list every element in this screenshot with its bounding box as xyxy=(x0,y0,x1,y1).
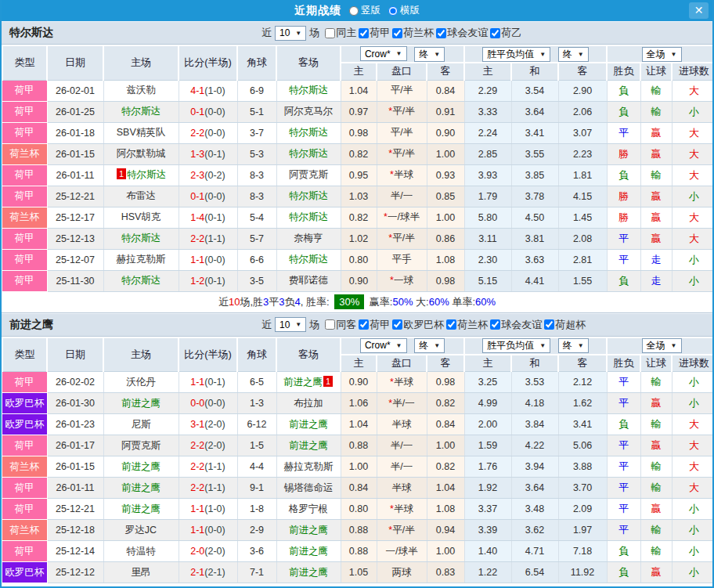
sub-header-handicap: 盘口 xyxy=(377,63,427,80)
home-team-name: 前进之鹰 xyxy=(121,461,160,472)
handicap-cell: 半/一 xyxy=(377,186,427,207)
avg-home-cell: 5.80 xyxy=(464,207,511,228)
league-cell: 荷兰杯 xyxy=(2,520,47,541)
table-row: 荷甲25-11-30特尔斯达1-2(0-1)3-5费耶诺德0.90*一球0.98… xyxy=(2,270,714,291)
away-team-name: 特尔斯达 xyxy=(289,148,328,159)
home-odds-cell: 1.06 xyxy=(341,393,377,414)
games-count-value: 10 xyxy=(279,27,290,38)
games-count-select[interactable]: 10 xyxy=(275,317,306,332)
avg-away-cell: 1.55 xyxy=(558,270,607,291)
avg-odds-select[interactable]: 胜平负均值 xyxy=(482,47,550,62)
rank-badge: 1 xyxy=(117,168,126,179)
home-team-name: 阿贾克斯 xyxy=(121,440,160,451)
avg-away-cell: 3.70 xyxy=(558,478,607,499)
avg-final-select[interactable]: 终 xyxy=(558,47,589,62)
corner-cell: 8-3 xyxy=(237,164,276,186)
fulltime-score: 1-1 xyxy=(190,503,204,514)
league-cell: 荷甲 xyxy=(2,541,47,562)
filter-荷甲[interactable]: 荷甲 xyxy=(356,318,390,332)
filter-checkbox[interactable] xyxy=(392,319,402,330)
filter-荷超杯[interactable]: 荷超杯 xyxy=(542,318,586,332)
away-team-cell: 阿贾克斯 xyxy=(276,164,341,186)
filter-checkbox[interactable] xyxy=(490,319,500,330)
layout-option-horizontal[interactable]: 横版 xyxy=(388,4,420,17)
handicap-star: * xyxy=(390,169,394,180)
filter-checkbox[interactable] xyxy=(490,28,500,38)
filter-荷兰杯[interactable]: 荷兰杯 xyxy=(390,26,434,40)
corner-cell: 5-1 xyxy=(237,101,276,122)
filter-球会友谊[interactable]: 球会友谊 xyxy=(488,318,542,332)
odds-header-group: Crow* 终 xyxy=(341,337,464,355)
away-team-cell: 前进之鹰 xyxy=(276,520,341,541)
away-team-cell: 特尔斯达 xyxy=(276,80,341,101)
filter-荷甲[interactable]: 荷甲 xyxy=(356,26,390,40)
vertical-layout-radio[interactable] xyxy=(349,6,359,16)
handicap-star: * xyxy=(388,233,392,243)
odds-final-select[interactable]: 终 xyxy=(414,47,445,62)
avg-away-cell: 2.12 xyxy=(558,372,607,393)
filter-checkbox[interactable] xyxy=(325,28,335,38)
home-team-name: 赫拉克勒斯 xyxy=(117,254,166,265)
score-cell: 1-1(0-1) xyxy=(178,372,237,393)
home-team-cell: 罗达JC xyxy=(103,520,178,541)
odds-final-select[interactable]: 终 xyxy=(414,338,445,353)
filter-同主[interactable]: 同主 xyxy=(323,26,356,40)
result-cell: 平 xyxy=(607,228,640,249)
filter-欧罗巴杯[interactable]: 欧罗巴杯 xyxy=(390,318,444,332)
games-count-select[interactable]: 10 xyxy=(275,26,306,41)
filter-checkbox[interactable] xyxy=(436,28,446,38)
corner-cell: 9-1 xyxy=(237,478,276,499)
away-odds-cell: 0.98 xyxy=(427,372,464,393)
avg-final-select[interactable]: 终 xyxy=(558,338,589,353)
filter-checkbox[interactable] xyxy=(392,28,402,38)
col-header-home: 主场 xyxy=(103,45,178,80)
result-cell: 負 xyxy=(607,541,640,562)
odds-company-select[interactable]: Crow* xyxy=(360,338,407,353)
handicap-cell: 平/半 xyxy=(377,122,427,143)
close-icon[interactable]: ✕ xyxy=(689,2,709,19)
table-row: 荷甲26-01-25特尔斯达0-1(0-0)5-1阿尔克马尔0.97*平/半0.… xyxy=(2,101,714,122)
home-team-name: 尼斯 xyxy=(132,419,151,430)
halftime-score: (1-1) xyxy=(204,233,225,244)
odds-company-select[interactable]: Crow* xyxy=(360,46,407,61)
goals-result-cell: 小 xyxy=(672,186,714,207)
filter-checkbox[interactable] xyxy=(446,319,456,330)
halftime-score: (1-0) xyxy=(204,503,225,514)
filter-荷兰杯[interactable]: 荷兰杯 xyxy=(444,318,488,332)
summary-segment: 负 xyxy=(285,295,295,309)
corner-cell: 5-7 xyxy=(237,228,276,249)
filter-checkbox[interactable] xyxy=(359,28,369,38)
fulltime-score: 2-1 xyxy=(190,567,204,578)
filter-荷乙[interactable]: 荷乙 xyxy=(488,26,521,40)
filter-label: 荷乙 xyxy=(501,26,521,40)
corner-cell: 5-4 xyxy=(237,207,276,228)
summary-segment: 30% xyxy=(334,294,364,309)
filter-checkbox[interactable] xyxy=(325,319,335,330)
home-team-name: 特温特 xyxy=(126,546,156,557)
avg-odds-select[interactable]: 胜平负均值 xyxy=(482,338,550,353)
filter-球会友谊[interactable]: 球会友谊 xyxy=(434,26,488,40)
avg-away-cell: 4.15 xyxy=(558,186,607,207)
home-odds-cell: 0.84 xyxy=(341,478,377,499)
match-rows: 荷甲26-02-01兹沃勒4-1(1-0)6-9特尔斯达1.04平/半0.842… xyxy=(2,80,714,291)
date-cell: 25-12-21 xyxy=(47,186,103,207)
filter-checkbox[interactable] xyxy=(544,319,554,330)
avg-away-cell: 2.81 xyxy=(558,249,607,270)
summary-segment: 60% xyxy=(429,296,449,308)
handicap-cell: *平/半 xyxy=(377,520,427,541)
sub-header-result: 胜负 xyxy=(607,63,640,80)
home-team-cell: 阿尔默勒城 xyxy=(103,143,178,164)
table-row: 荷兰杯26-01-15前进之鹰2-2(1-1)4-4赫拉克勒斯1.00半/一0.… xyxy=(2,456,714,478)
home-team-cell: 前进之鹰 xyxy=(103,499,178,520)
filter-checkbox[interactable] xyxy=(359,319,369,330)
layout-option-vertical[interactable]: 竖版 xyxy=(349,4,380,17)
handicap-result-cell: 輸 xyxy=(640,372,672,393)
avg-draw-cell: 3.62 xyxy=(511,520,558,541)
filter-同客[interactable]: 同客 xyxy=(323,318,356,332)
scope-select[interactable]: 全场 xyxy=(642,47,682,62)
scope-select[interactable]: 全场 xyxy=(642,338,682,353)
sub-header-avg-draw: 和 xyxy=(511,63,558,80)
avg-home-cell: 1.92 xyxy=(464,478,511,499)
horizontal-layout-radio[interactable] xyxy=(388,6,398,16)
home-team-cell: 布雷达 xyxy=(103,186,178,207)
